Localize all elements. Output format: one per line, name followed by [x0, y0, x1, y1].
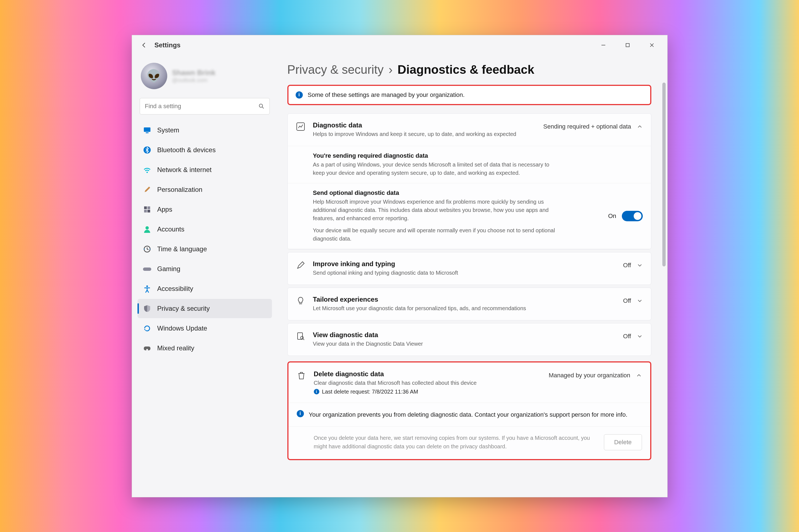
- delete-button[interactable]: Delete: [604, 434, 642, 450]
- row-state: Off: [623, 297, 631, 304]
- sidebar-item-personalization[interactable]: Personalization: [138, 180, 272, 199]
- sidebar: 👽 Shawn Brink @outlook.com System: [132, 55, 275, 497]
- diagnostic-data-card: Diagnostic data Helps to improve Windows…: [287, 113, 651, 249]
- svg-rect-10: [144, 210, 147, 212]
- vr-headset-icon: [142, 343, 152, 353]
- inking-row[interactable]: Improve inking and typing Send optional …: [288, 252, 651, 285]
- svg-line-3: [262, 107, 264, 109]
- sidebar-item-gaming[interactable]: Gaming: [138, 259, 272, 279]
- main-panel: Privacy & security › Diagnostics & feedb…: [275, 55, 667, 497]
- view-data-row[interactable]: View diagnostic data View your data in t…: [288, 323, 651, 356]
- app-title: Settings: [155, 41, 181, 49]
- tailored-row[interactable]: Tailored experiences Let Microsoft use y…: [288, 288, 651, 320]
- view-data-card: View diagnostic data View your data in t…: [287, 323, 651, 356]
- delete-action-area: Once you delete your data here, we start…: [289, 426, 650, 459]
- info-icon: i: [314, 389, 319, 394]
- sidebar-item-label: Personalization: [157, 186, 202, 193]
- svg-line-21: [303, 339, 304, 340]
- sidebar-item-time[interactable]: Time & language: [138, 240, 272, 259]
- toggle-label: On: [608, 212, 616, 220]
- inking-card: Improve inking and typing Send optional …: [287, 252, 651, 285]
- bluetooth-icon: [142, 145, 152, 155]
- analytics-icon: [296, 121, 306, 131]
- delete-data-header[interactable]: Delete diagnostic data Clear diagnostic …: [289, 362, 650, 403]
- chevron-up-icon: [637, 124, 643, 130]
- avatar: 👽: [141, 63, 167, 89]
- display-icon: [142, 126, 152, 135]
- sidebar-item-bluetooth[interactable]: Bluetooth & devices: [138, 140, 272, 159]
- scrollbar-thumb[interactable]: [662, 82, 666, 267]
- maximize-button[interactable]: [616, 37, 640, 53]
- svg-rect-16: [146, 349, 148, 350]
- org-msg-text: Your organization prevents you from dele…: [309, 410, 628, 419]
- close-icon: [649, 42, 655, 48]
- optional-data-section: Send optional diagnostic data Help Micro…: [288, 183, 651, 249]
- diagnostic-data-header[interactable]: Diagnostic data Helps to improve Windows…: [288, 114, 651, 146]
- sidebar-item-privacy[interactable]: Privacy & security: [138, 299, 272, 318]
- svg-point-12: [145, 226, 149, 230]
- sidebar-item-accessibility[interactable]: Accessibility: [138, 279, 272, 298]
- info-icon: i: [296, 91, 303, 98]
- delete-info-text: Once you delete your data here, we start…: [314, 434, 596, 451]
- chevron-right-icon: ›: [388, 63, 393, 77]
- required-desc: As a part of using Windows, your device …: [313, 160, 561, 177]
- apps-icon: [142, 205, 152, 214]
- row-title: Delete diagnostic data: [314, 370, 542, 378]
- scroll-region[interactable]: Privacy & security › Diagnostics & feedb…: [287, 63, 665, 489]
- chevron-down-icon: [637, 333, 643, 339]
- search-box: [140, 98, 270, 114]
- chevron-up-icon: [636, 373, 642, 378]
- delete-data-card: Delete diagnostic data Clear diagnostic …: [287, 361, 651, 460]
- sidebar-item-label: Time & language: [157, 245, 207, 253]
- row-title: Diagnostic data: [313, 121, 537, 129]
- tailored-card: Tailored experiences Let Microsoft use y…: [287, 288, 651, 320]
- row-desc: Send optional inking and typing diagnost…: [313, 269, 617, 277]
- sidebar-item-network[interactable]: Network & internet: [138, 160, 272, 179]
- sidebar-item-label: Mixed reality: [157, 344, 195, 352]
- clock-icon: [142, 244, 152, 254]
- optional-data-toggle[interactable]: [622, 211, 643, 221]
- sidebar-item-update[interactable]: Windows Update: [138, 319, 272, 338]
- svg-rect-8: [144, 206, 147, 209]
- row-desc: View your data in the Diagnostic Data Vi…: [313, 340, 617, 348]
- sidebar-item-label: Bluetooth & devices: [157, 146, 216, 154]
- profile-email: @outlook.com: [172, 77, 215, 83]
- chevron-down-icon: [637, 298, 643, 304]
- trash-icon: [297, 370, 307, 380]
- close-button[interactable]: [640, 37, 664, 53]
- breadcrumb: Privacy & security › Diagnostics & feedb…: [287, 63, 651, 77]
- arrow-left-icon: [141, 42, 147, 49]
- row-status: Managed by your organization: [549, 372, 630, 379]
- row-desc: Let Microsoft use your diagnostic data f…: [313, 304, 617, 312]
- breadcrumb-parent[interactable]: Privacy & security: [287, 63, 384, 77]
- sidebar-item-accounts[interactable]: Accounts: [138, 220, 272, 239]
- svg-point-20: [301, 336, 303, 339]
- profile-block[interactable]: 👽 Shawn Brink @outlook.com: [138, 60, 272, 96]
- sidebar-item-system[interactable]: System: [138, 120, 272, 140]
- content-area: 👽 Shawn Brink @outlook.com System: [132, 55, 667, 497]
- document-search-icon: [296, 331, 306, 341]
- scrollbar[interactable]: [662, 82, 666, 492]
- row-title: Improve inking and typing: [313, 260, 617, 268]
- svg-rect-19: [297, 333, 303, 339]
- update-icon: [142, 324, 152, 333]
- titlebar: Settings: [132, 35, 667, 55]
- svg-rect-9: [147, 206, 150, 209]
- wifi-icon: [142, 165, 152, 174]
- gamepad-icon: [142, 264, 152, 273]
- person-icon: [142, 225, 152, 234]
- search-icon: [258, 103, 265, 110]
- sidebar-item-apps[interactable]: Apps: [138, 200, 272, 219]
- search-input[interactable]: [140, 98, 270, 114]
- required-title: You're sending required diagnostic data: [313, 152, 643, 159]
- row-state: Off: [623, 262, 631, 269]
- chevron-down-icon: [637, 262, 643, 268]
- last-delete-request: Last delete request: 7/8/2022 11:36 AM: [322, 388, 418, 395]
- info-icon: i: [297, 410, 304, 417]
- sidebar-item-mixed-reality[interactable]: Mixed reality: [138, 339, 272, 358]
- minimize-button[interactable]: [591, 37, 616, 53]
- back-button[interactable]: [139, 40, 150, 51]
- settings-window: Settings 👽 Shawn Brink @o: [132, 35, 668, 497]
- row-title: Tailored experiences: [313, 296, 617, 303]
- row-desc: Clear diagnostic data that Microsoft has…: [314, 379, 542, 387]
